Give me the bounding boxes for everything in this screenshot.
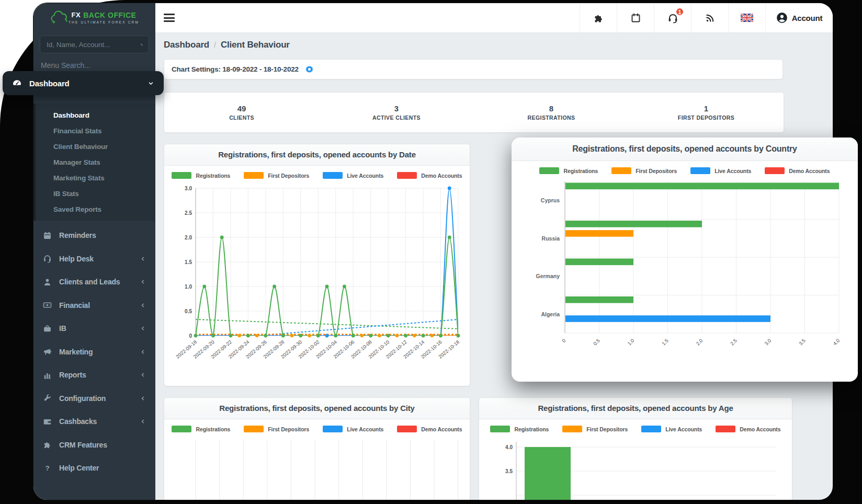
sidebar-item-ib[interactable]: IB	[33, 317, 155, 340]
legend-label: Live Accounts	[347, 173, 383, 179]
support-button[interactable]: 1	[654, 3, 691, 32]
svg-text:Algeria: Algeria	[541, 311, 560, 317]
sidebar-search-input[interactable]	[46, 40, 140, 49]
sidebar-group-dashboard[interactable]: Dashboard	[3, 71, 164, 95]
sidebar-subitem-marketing-stats[interactable]: Marketing Stats	[36, 170, 155, 186]
sidebar-item-label: CRM Features	[59, 441, 107, 449]
legend-item-first-depositors[interactable]: First Depositors	[611, 167, 677, 174]
banknote-icon	[42, 301, 52, 310]
legend-label: Registrations	[514, 426, 549, 432]
bar-chart-by-city	[172, 434, 462, 500]
account-avatar-icon	[776, 12, 788, 24]
sidebar-item-marketing[interactable]: Marketing	[33, 340, 155, 364]
legend-item-live-accounts[interactable]: Live Accounts	[690, 167, 751, 174]
breadcrumb-dashboard[interactable]: Dashboard	[164, 40, 209, 50]
legend-item-demo-accounts[interactable]: Demo Accounts	[397, 172, 462, 179]
hamburger-menu-icon[interactable]	[164, 14, 175, 22]
sidebar-item-help-desk[interactable]: Help Desk	[33, 247, 155, 271]
legend-item-live-accounts[interactable]: Live Accounts	[323, 172, 383, 179]
legend-label: First Depositors	[636, 168, 677, 174]
account-label: Account	[792, 14, 823, 22]
sidebar-item-crm-features[interactable]: CRM Features	[33, 433, 155, 457]
legend-chip	[690, 167, 710, 174]
legend-chip	[397, 172, 417, 179]
breadcrumb: Dashboard / Client Behaviour	[164, 40, 290, 50]
sidebar-subitem-financial-stats[interactable]: Financial Stats	[36, 123, 155, 139]
wrench-icon	[42, 394, 52, 403]
uk-flag-button[interactable]	[728, 3, 765, 32]
megaphone-icon	[42, 347, 52, 357]
gear-icon[interactable]	[305, 65, 314, 74]
page-canvas: FX BACK OFFICE THE ULTIMATE FOREX CRM Da…	[0, 0, 862, 504]
stat-active-clients: 3ACTIVE CLIENTS	[319, 104, 474, 121]
chart-card-by-age: Registrations, first deposits, opened ac…	[479, 397, 792, 500]
svg-text:Germany: Germany	[536, 273, 560, 279]
sidebar-subitem-client-behaviour[interactable]: Client Behaviour	[36, 139, 155, 155]
svg-text:1.5: 1.5	[661, 338, 670, 347]
chevron-left-icon	[140, 279, 146, 285]
legend-item-first-depositors[interactable]: First Depositors	[562, 426, 628, 432]
legend-label: First Depositors	[586, 426, 628, 432]
legend-item-registrations[interactable]: Registrations	[539, 167, 598, 174]
chevron-down-icon	[148, 80, 154, 87]
rss-button[interactable]	[691, 3, 728, 32]
legend-item-registrations[interactable]: Registrations	[490, 426, 549, 432]
bar-chart-by-country: 00.51.01.52.02.53.03.54.0CyprusRussiaGer…	[520, 176, 849, 371]
legend-item-live-accounts[interactable]: Live Accounts	[641, 426, 702, 432]
sidebar-item-configuration[interactable]: Configuration	[33, 387, 155, 410]
sidebar-subitem-manager-stats[interactable]: Manager Stats	[36, 155, 155, 170]
breadcrumb-separator: /	[214, 41, 216, 49]
chart-card-by-country: Registrations, first deposits, opened ac…	[512, 138, 858, 382]
legend-chip	[244, 426, 264, 432]
sidebar-item-financial[interactable]: Financial	[33, 294, 155, 317]
search-icon[interactable]	[140, 41, 143, 49]
chevron-left-icon	[140, 302, 146, 308]
sidebar-item-cashbacks[interactable]: Cashbacks	[33, 410, 155, 433]
legend-by-date: RegistrationsFirst DepositorsLive Accoun…	[166, 172, 468, 179]
sidebar-item-clients-and-leads[interactable]: Clients and Leads	[33, 270, 155, 294]
legend-chip	[539, 167, 559, 174]
menu-search-input[interactable]	[40, 61, 151, 70]
logo-name-text: BACK OFFICE	[83, 11, 136, 19]
sidebar-item-reminders[interactable]: Reminders	[33, 224, 155, 247]
calendar-button[interactable]	[617, 3, 654, 32]
chart-title-by-country: Registrations, first deposits, opened ac…	[512, 138, 858, 161]
chart-settings-label: Chart Settings: 18-09-2022 - 18-10-2022	[172, 65, 299, 73]
account-button[interactable]: Account	[765, 3, 833, 32]
logo-fx-text: FX	[72, 11, 81, 19]
sidebar-subitem-ib-stats[interactable]: IB Stats	[36, 186, 155, 202]
legend-item-registrations[interactable]: Registrations	[172, 426, 230, 432]
legend-item-live-accounts[interactable]: Live Accounts	[323, 426, 383, 432]
legend-item-first-depositors[interactable]: First Depositors	[244, 172, 309, 179]
sidebar-item-reports[interactable]: Reports	[33, 363, 155, 387]
legend-item-demo-accounts[interactable]: Demo Accounts	[765, 167, 830, 174]
legend-item-demo-accounts[interactable]: Demo Accounts	[716, 426, 780, 432]
legend-chip	[641, 426, 661, 432]
calendar-icon	[630, 13, 641, 24]
stat-label: REGISTRATIONS	[474, 114, 629, 121]
calendar-icon	[42, 231, 52, 240]
legend-chip	[716, 426, 735, 432]
legend-by-country: RegistrationsFirst DepositorsLive Accoun…	[514, 167, 856, 174]
sidebar-item-help-center[interactable]: ?Help Center	[33, 456, 155, 480]
sidebar-item-label: Marketing	[59, 348, 93, 356]
legend-chip	[244, 172, 264, 179]
briefcase-icon	[42, 324, 52, 333]
chevron-left-icon	[140, 256, 146, 262]
puzzle-button[interactable]	[580, 3, 617, 32]
legend-item-first-depositors[interactable]: First Depositors	[244, 426, 309, 432]
legend-chip	[490, 426, 510, 432]
sidebar-group-label: Dashboard	[29, 79, 70, 88]
svg-text:?: ?	[45, 464, 49, 472]
legend-chip	[562, 426, 582, 432]
legend-label: First Depositors	[268, 173, 309, 179]
chart-card-by-city: Registrations, first deposits, opened ac…	[164, 397, 470, 500]
sidebar-subitem-saved-reports[interactable]: Saved Reports	[36, 202, 155, 217]
legend-item-registrations[interactable]: Registrations	[172, 172, 230, 179]
legend-item-demo-accounts[interactable]: Demo Accounts	[397, 426, 462, 432]
sidebar-item-label: Help Center	[59, 464, 99, 472]
cloud-logo-icon	[50, 10, 69, 24]
stat-registrations: 8REGISTRATIONS	[474, 104, 629, 121]
sidebar-subitem-dashboard[interactable]: Dashboard	[36, 108, 155, 123]
speedometer-icon	[12, 78, 22, 88]
